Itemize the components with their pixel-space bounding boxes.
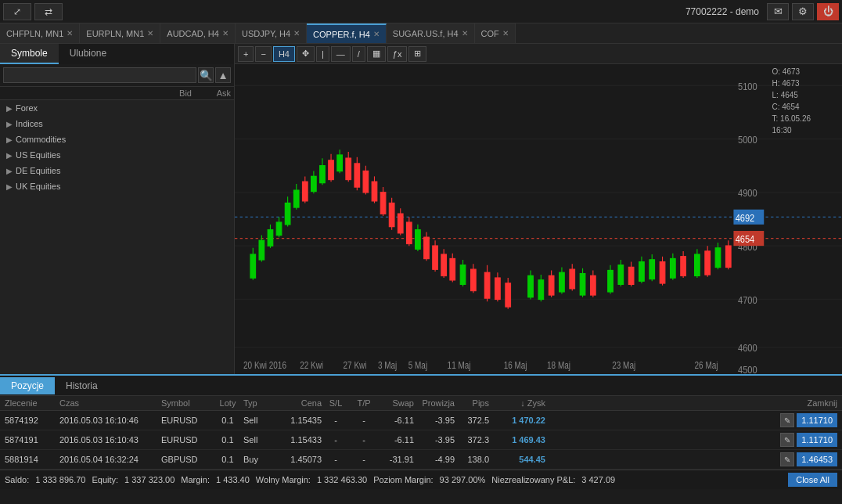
sidebar-tree-item[interactable]: ▶Commodities xyxy=(0,131,234,147)
move-button[interactable]: ✥ xyxy=(297,46,315,62)
chart-area[interactable]: O: 4673 H: 4673 L: 4645 C: 4654 T: 16.05… xyxy=(235,64,842,374)
chart-tab[interactable]: COF✕ xyxy=(475,23,516,44)
tab-pozycje[interactable]: Pozycje xyxy=(0,377,55,394)
tab-label: SUGAR.US.f, H4 xyxy=(393,29,459,38)
chart-tab[interactable]: AUDCAD, H4✕ xyxy=(160,23,236,44)
tab-close-icon[interactable]: ✕ xyxy=(67,29,73,38)
bid-header: Bid xyxy=(145,88,192,98)
saldo-label: Saldo: xyxy=(5,475,29,484)
edit-button[interactable]: ✎ xyxy=(780,433,794,447)
tab-ulubione[interactable]: Ulubione xyxy=(59,44,117,64)
search-input[interactable] xyxy=(3,67,196,83)
expand-button[interactable]: ⤢ xyxy=(3,3,31,20)
row-prowizja: -3.95 xyxy=(414,435,455,445)
sidebar-tree-item[interactable]: ▶Forex xyxy=(0,100,234,116)
row-sl: - xyxy=(322,455,350,464)
sidebar-tree-item[interactable]: ▶Indices xyxy=(0,116,234,131)
row-loty: 0.1 xyxy=(212,435,243,445)
col-header-typ: Typ xyxy=(243,398,273,408)
settings-button[interactable]: ⚙ xyxy=(792,3,814,20)
tab-historia[interactable]: Historia xyxy=(55,377,109,394)
tree-arrow-icon: ▶ xyxy=(6,167,13,175)
chart-tab[interactable]: COPPER.f, H4✕ xyxy=(307,23,387,44)
chart-tab[interactable]: SUGAR.US.f, H4✕ xyxy=(387,23,475,44)
chart-tab[interactable]: EURPLN, MN1✕ xyxy=(80,23,160,44)
row-close-button[interactable]: 1.11710 xyxy=(797,433,837,447)
col-header-zamknij: Zamknij xyxy=(767,398,837,408)
tab-close-icon[interactable]: ✕ xyxy=(293,29,300,38)
edit-button[interactable]: ✎ xyxy=(780,413,794,427)
row-swap: -6.11 xyxy=(378,416,414,425)
tree-item-label: Indices xyxy=(16,119,43,128)
col-header-pips: Pips xyxy=(455,398,489,408)
tab-close-icon[interactable]: ✕ xyxy=(502,29,509,38)
svg-text:20 Kwi 2016: 20 Kwi 2016 xyxy=(243,360,286,370)
search-button[interactable]: 🔍 xyxy=(198,67,214,83)
row-cena: 1.45073 xyxy=(273,455,322,464)
row-czas: 2016.05.03 16:10:46 xyxy=(59,416,161,425)
sidebar-tree-item[interactable]: ▶UK Equities xyxy=(0,178,234,194)
svg-text:27 Kwi: 27 Kwi xyxy=(344,360,367,370)
row-loty: 0.1 xyxy=(212,455,243,464)
row-sl: - xyxy=(322,416,350,425)
hline-button[interactable]: — xyxy=(331,46,351,62)
timeframe-button[interactable]: H4 xyxy=(273,46,295,62)
email-button[interactable]: ✉ xyxy=(767,3,789,20)
sidebar-tree-item[interactable]: ▶US Equities xyxy=(0,147,234,163)
tree-item-label: US Equities xyxy=(16,150,60,160)
swap-button[interactable]: ⇄ xyxy=(34,3,63,20)
tree-item-label: UK Equities xyxy=(16,182,60,191)
tab-symbole[interactable]: Symbole xyxy=(0,44,59,64)
svg-text:22 Kwi: 22 Kwi xyxy=(300,360,323,370)
tab-label: COPPER.f, H4 xyxy=(313,30,370,39)
column-headers: Bid Ask xyxy=(0,87,234,100)
chart-tab[interactable]: CHFPLN, MN1✕ xyxy=(0,23,80,44)
ohlc-h: H: 4673 xyxy=(772,77,811,89)
svg-text:26 Maj: 26 Maj xyxy=(695,360,718,370)
template-button[interactable]: ⊞ xyxy=(408,46,426,62)
svg-text:4900: 4900 xyxy=(738,187,757,199)
svg-text:4692: 4692 xyxy=(736,212,755,224)
symbol-tree: ▶Forex▶Indices▶Commodities▶US Equities▶D… xyxy=(0,100,234,194)
tree-item-label: Forex xyxy=(16,103,38,113)
tab-label: USDJPY, H4 xyxy=(242,29,290,38)
row-czas: 2016.05.04 16:32:24 xyxy=(59,455,161,464)
sidebar-tree-item[interactable]: ▶DE Equities xyxy=(0,163,234,178)
row-prowizja: -3.95 xyxy=(414,416,455,425)
ohlc-c: C: 4654 xyxy=(772,101,811,113)
row-close-button[interactable]: 1.46453 xyxy=(797,452,837,466)
row-sl: - xyxy=(322,435,350,445)
tab-close-icon[interactable]: ✕ xyxy=(222,29,228,38)
chart-container: + − H4 ✥ | — / ▦ ƒx ⊞ O: 4673 H: 4673 L:… xyxy=(235,44,842,374)
row-typ: Sell xyxy=(243,435,273,445)
zoom-out-button[interactable]: − xyxy=(255,46,271,62)
tab-close-icon[interactable]: ✕ xyxy=(147,29,153,38)
candle-button[interactable]: ▦ xyxy=(367,46,386,62)
row-cena: 1.15435 xyxy=(273,416,322,425)
sidebar: Symbole Ulubione 🔍 ▲ Bid Ask ▶Forex▶Indi… xyxy=(0,44,235,374)
indicator-button[interactable]: ƒx xyxy=(387,46,408,62)
svg-text:18 Maj: 18 Maj xyxy=(547,360,570,370)
close-all-button[interactable]: Close All xyxy=(788,473,837,487)
sidebar-tabs: Symbole Ulubione xyxy=(0,44,234,64)
niezr-value: 3 427.09 xyxy=(581,475,615,484)
row-symbol: GBPUSD xyxy=(161,455,212,464)
ask-header: Ask xyxy=(192,88,231,98)
tab-close-icon[interactable]: ✕ xyxy=(373,30,380,38)
draw-button[interactable]: / xyxy=(352,46,365,62)
row-prowizja: -4.99 xyxy=(414,455,455,464)
vline-button[interactable]: | xyxy=(316,46,329,62)
sort-button[interactable]: ▲ xyxy=(215,67,231,83)
chart-tab[interactable]: USDJPY, H4✕ xyxy=(236,23,307,44)
tab-close-icon[interactable]: ✕ xyxy=(462,29,468,38)
saldo-value: 1 333 896.70 xyxy=(35,475,85,484)
row-close-button[interactable]: 1.11710 xyxy=(797,413,837,427)
row-symbol: EURUSD xyxy=(161,416,212,425)
edit-button[interactable]: ✎ xyxy=(780,452,794,466)
tree-arrow-icon: ▶ xyxy=(6,151,13,160)
svg-text:3 Maj: 3 Maj xyxy=(378,360,397,370)
power-button[interactable]: ⏻ xyxy=(817,3,839,20)
row-swap: -31.91 xyxy=(378,455,414,464)
zoom-in-button[interactable]: + xyxy=(238,46,254,62)
ohlc-l: L: 4645 xyxy=(772,89,811,101)
